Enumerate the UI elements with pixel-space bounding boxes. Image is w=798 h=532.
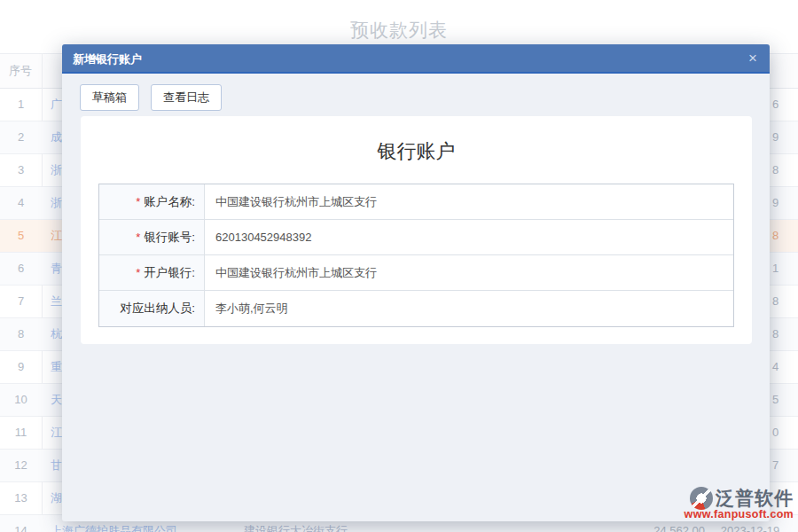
date-cell-fragment: 8 xyxy=(772,220,778,252)
date-cell-fragment: 6 xyxy=(772,89,778,121)
row-number: 8 xyxy=(0,318,42,350)
field-label-text: 对应出纳人员: xyxy=(120,301,195,317)
date-cell-fragment: 1 xyxy=(772,253,778,285)
dialog-header[interactable]: 新增银行账户 × xyxy=(62,44,770,74)
required-asterisk: * xyxy=(136,195,140,208)
date-cell-fragment: 8 xyxy=(772,286,778,317)
field-label: *银行账号: xyxy=(99,220,205,254)
company-link[interactable]: 杭 xyxy=(51,318,62,350)
company-link[interactable]: 成 xyxy=(51,121,62,153)
date-cell-fragment: 5 xyxy=(772,384,778,416)
form-row: 对应出纳人员:李小萌,何云明 xyxy=(99,291,733,326)
row-number: 6 xyxy=(0,253,42,285)
field-label: *开户银行: xyxy=(99,255,205,290)
row-number: 3 xyxy=(0,154,42,186)
vendor-brand-name: 泛普软件 xyxy=(716,486,794,511)
fanpu-logo-icon xyxy=(690,487,713,510)
row-number: 9 xyxy=(0,351,42,383)
company-link[interactable]: 湖 xyxy=(51,482,62,514)
field-value[interactable]: 620130452948392 xyxy=(205,220,733,254)
date-cell-fragment: 8 xyxy=(772,154,778,186)
date-cell-fragment: 4 xyxy=(772,351,778,383)
view-log-button[interactable]: 查看日志 xyxy=(151,84,222,111)
form-card: 银行账户 *账户名称:中国建设银行杭州市上城区支行*银行账号:620130452… xyxy=(81,116,752,344)
row-number: 5 xyxy=(0,220,42,252)
form-row: *账户名称:中国建设银行杭州市上城区支行 xyxy=(99,184,733,220)
required-asterisk: * xyxy=(136,231,140,244)
company-link[interactable]: 江 xyxy=(51,417,62,449)
company-link[interactable]: 甘 xyxy=(51,450,62,481)
company-link[interactable]: 天 xyxy=(51,384,62,416)
draft-box-button[interactable]: 草稿箱 xyxy=(80,84,139,111)
company-link[interactable]: 兰 xyxy=(51,286,62,317)
field-value[interactable]: 中国建设银行杭州市上城区支行 xyxy=(205,184,733,219)
column-header-no: 序号 xyxy=(0,54,32,88)
bank-account-form: *账户名称:中国建设银行杭州市上城区支行*银行账号:62013045294839… xyxy=(98,184,734,327)
company-link[interactable]: 广 xyxy=(51,89,62,121)
field-label-text: 银行账号: xyxy=(144,230,195,246)
close-icon[interactable]: × xyxy=(736,44,770,74)
company-link[interactable]: 青 xyxy=(51,253,62,285)
page-title: 预收款列表 xyxy=(0,18,798,43)
field-label: 对应出纳人员: xyxy=(99,291,205,326)
date-cell-fragment: 8 xyxy=(772,318,778,350)
row-number: 7 xyxy=(0,286,42,317)
row-number: 11 xyxy=(0,417,42,449)
form-title: 银行账户 xyxy=(81,138,752,165)
vendor-watermark: 泛普软件 www.fanpusoft.com xyxy=(685,486,794,520)
row-number: 10 xyxy=(0,384,42,416)
field-value[interactable]: 李小萌,何云明 xyxy=(205,291,733,326)
form-row: *开户银行:中国建设银行杭州市上城区支行 xyxy=(99,255,733,291)
date-cell-fragment: 7 xyxy=(772,450,778,481)
field-value[interactable]: 中国建设银行杭州市上城区支行 xyxy=(205,255,733,290)
row-number: 12 xyxy=(0,450,42,481)
company-link[interactable]: 浙 xyxy=(51,187,62,219)
dialog-title: 新增银行账户 xyxy=(62,44,770,74)
field-label: *账户名称: xyxy=(99,184,205,219)
company-link[interactable]: 江 xyxy=(51,220,62,252)
row-number: 13 xyxy=(0,482,42,514)
date-cell-fragment: 9 xyxy=(772,121,778,153)
field-label-text: 开户银行: xyxy=(144,265,195,281)
field-label-text: 账户名称: xyxy=(144,194,195,210)
row-number: 4 xyxy=(0,187,42,219)
form-row: *银行账号:620130452948392 xyxy=(99,220,733,255)
date-cell-fragment: 9 xyxy=(772,187,778,219)
date-cell-fragment: 0 xyxy=(772,417,778,449)
row-number: 14 xyxy=(0,515,42,532)
vendor-url: www.fanpusoft.com xyxy=(685,508,794,520)
company-link[interactable]: 浙 xyxy=(51,154,62,186)
company-link[interactable]: 重 xyxy=(51,351,62,383)
new-bank-account-dialog: 新增银行账户 × 草稿箱 查看日志 银行账户 *账户名称:中国建设银行杭州市上城… xyxy=(62,44,770,521)
required-asterisk: * xyxy=(136,266,140,279)
row-number: 2 xyxy=(0,121,42,153)
dialog-toolbar: 草稿箱 查看日志 xyxy=(80,84,222,111)
row-number: 1 xyxy=(0,89,42,121)
